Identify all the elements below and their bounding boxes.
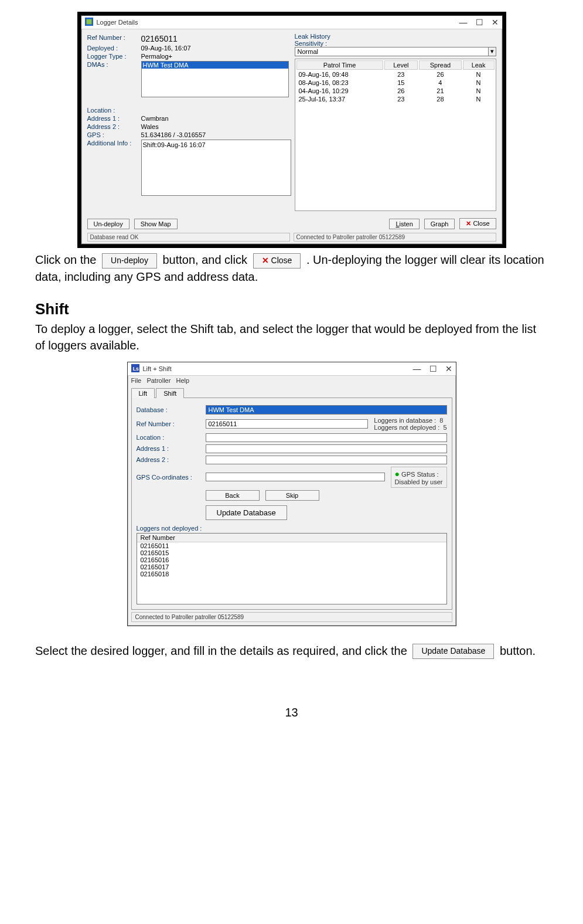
ref-number-value: 02165011 [141, 34, 178, 43]
list-item[interactable]: 02165017 [137, 563, 446, 570]
tab-lift[interactable]: Lift [131, 388, 155, 398]
loggers-not-deployed-label: Loggers not deployed : [374, 424, 439, 431]
leak-history-label: Leak History [295, 33, 496, 40]
database-dropdown[interactable]: HWM Test DMA [206, 405, 447, 415]
ref-number-label: Ref Number : [87, 34, 141, 41]
close-window-button[interactable]: ✕ [492, 18, 499, 27]
gps-coords-label: GPS Co-ordinates : [137, 474, 206, 481]
refnumber-input[interactable]: 02165011 [206, 419, 369, 429]
address1-label: Address 1 : [87, 115, 141, 122]
dma-selected-item[interactable]: HWM Test DMA [142, 62, 288, 69]
dropdown-arrow-icon[interactable]: ▾ [489, 47, 496, 56]
window-title: Logger Details [97, 19, 138, 26]
col-patrol-time[interactable]: Patrol Time [296, 60, 383, 70]
instruction-paragraph-3: Select the desired logger, and fill in t… [35, 643, 548, 660]
app-icon [85, 18, 93, 27]
location-label: Location : [137, 434, 206, 441]
list-header-ref-number[interactable]: Ref Number [137, 534, 446, 542]
gps-coords-input[interactable] [206, 473, 385, 481]
refnumber-label: Ref Number : [137, 420, 206, 427]
address1-input[interactable] [206, 444, 447, 453]
gps-status-dot-icon: ● [395, 469, 400, 478]
svg-rect-1 [86, 19, 91, 25]
close-button[interactable]: ✕Close [459, 218, 496, 229]
instruction-paragraph-2: To deploy a logger, select the Shift tab… [35, 321, 548, 354]
address2-value: Wales [141, 123, 159, 130]
list-item[interactable]: 02165016 [137, 556, 446, 563]
table-row[interactable]: 04-Aug-16, 10:292621N [296, 87, 495, 94]
loggers-in-db-value: 8 [439, 417, 443, 424]
inline-close-button: ✕Close [253, 253, 301, 269]
table-row[interactable]: 09-Aug-16, 09:482326N [296, 71, 495, 78]
shift-tab-panel: Database : HWM Test DMA Ref Number : 021… [131, 398, 452, 610]
loggers-not-deployed-value: 5 [443, 424, 446, 431]
address1-label: Address 1 : [137, 445, 206, 452]
titlebar[interactable]: Logger Details — ☐ ✕ [81, 16, 502, 29]
close-window-button[interactable]: ✕ [445, 364, 452, 373]
sensitivity-label: Sensitivity : [295, 40, 496, 47]
loggers-not-deployed-heading: Loggers not deployed : [137, 525, 447, 532]
list-item[interactable]: 02165011 [137, 542, 446, 549]
location-input[interactable] [206, 433, 447, 442]
gps-status-label: GPS Status : [401, 471, 439, 478]
list-item[interactable]: 02165018 [137, 570, 446, 578]
col-level[interactable]: Level [384, 60, 418, 70]
page-number: 13 [35, 706, 548, 719]
menu-help[interactable]: Help [176, 377, 190, 384]
col-leak[interactable]: Leak [463, 60, 495, 70]
sensitivity-dropdown[interactable]: Normal [295, 47, 489, 56]
address1-value: Cwmbran [141, 115, 169, 122]
gps-status-value: Disabled by user [395, 478, 443, 485]
gps-label: GPS : [87, 131, 141, 138]
menu-patroller[interactable]: Patroller [146, 377, 171, 384]
address2-label: Address 2 : [137, 456, 206, 463]
status-db: Database read OK [87, 233, 290, 242]
additional-info-label: Additional Info : [87, 140, 141, 147]
minimize-button[interactable]: — [413, 364, 421, 373]
close-x-icon: ✕ [262, 256, 269, 265]
minimize-button[interactable]: — [459, 18, 468, 27]
loggers-in-db-label: Loggers in database : [374, 417, 436, 424]
loggers-not-deployed-list[interactable]: Ref Number 02165011 02165015 02165016 02… [137, 533, 447, 604]
menu-file[interactable]: File [131, 377, 142, 384]
inline-undeploy-button: Un-deploy [102, 253, 157, 269]
dmas-listbox[interactable]: HWM Test DMA [141, 61, 289, 97]
inline-update-database-button: Update Database [412, 644, 494, 659]
table-row[interactable]: 25-Jul-16, 13:372328N [296, 96, 495, 103]
maximize-button[interactable]: ☐ [429, 364, 437, 373]
location-label: Location : [87, 107, 141, 114]
show-map-button[interactable]: Show Map [134, 219, 178, 229]
leak-history-table: Patrol Time Level Spread Leak 09-Aug-16,… [295, 59, 496, 211]
back-button[interactable]: Back [206, 490, 260, 501]
deployed-value: 09-Aug-16, 16:07 [141, 45, 191, 52]
update-database-button[interactable]: Update Database [206, 505, 287, 520]
col-spread[interactable]: Spread [419, 60, 461, 70]
svg-text:Ls: Ls [132, 365, 138, 371]
tab-shift[interactable]: Shift [156, 388, 184, 398]
address2-input[interactable] [206, 456, 447, 464]
logger-details-window-frame: Logger Details — ☐ ✕ Ref Number : 021650… [77, 12, 506, 248]
list-item[interactable]: 02165015 [137, 549, 446, 556]
menubar: File Patroller Help [128, 376, 456, 385]
lift-shift-window: Ls Lift + Shift — ☐ ✕ File Patroller Hel… [127, 362, 456, 626]
skip-button[interactable]: Skip [265, 490, 319, 501]
shift-heading: Shift [35, 300, 548, 318]
listen-button[interactable]: Listen [389, 219, 419, 229]
database-label: Database : [137, 406, 206, 413]
maximize-button[interactable]: ☐ [476, 18, 483, 27]
additional-info-textarea[interactable]: Shift:09-Aug-16 16:07 [141, 140, 291, 196]
titlebar[interactable]: Ls Lift + Shift — ☐ ✕ [128, 362, 456, 376]
undeploy-button[interactable]: Un-deploy [87, 219, 129, 229]
table-row[interactable]: 08-Aug-16, 08:23154N [296, 79, 495, 86]
gps-value: 51.634186 / -3.016557 [141, 131, 206, 138]
close-x-icon: ✕ [466, 220, 471, 227]
app-icon: Ls [131, 364, 139, 373]
instruction-paragraph-1: Click on the Un-deploy button, and click… [35, 252, 548, 285]
logger-type-value: Permalog+ [141, 53, 173, 60]
graph-button[interactable]: Graph [424, 219, 455, 229]
window-title: Lift + Shift [143, 365, 172, 372]
status-connection: Connected to Patroller patroller 0512258… [294, 233, 496, 242]
dmas-label: DMAs : [87, 61, 141, 68]
deployed-label: Deployed : [87, 45, 141, 52]
statusbar: Connected to Patroller patroller 0512258… [131, 612, 452, 622]
